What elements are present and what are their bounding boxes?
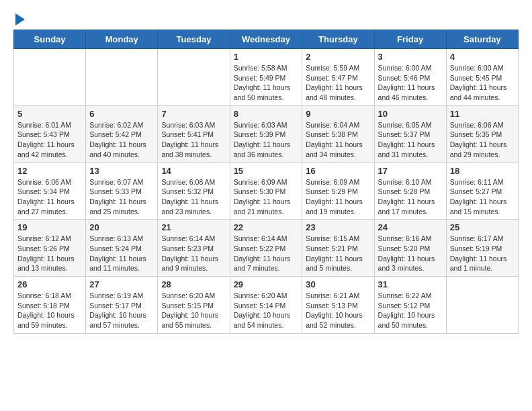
day-info: Sunrise: 6:07 AM Sunset: 5:33 PM Dayligh… [89, 177, 154, 217]
day-number: 10 [378, 109, 443, 119]
calendar-cell: 12Sunrise: 6:06 AM Sunset: 5:34 PM Dayli… [14, 163, 86, 220]
calendar-cell: 18Sunrise: 6:11 AM Sunset: 5:27 PM Dayli… [446, 163, 518, 220]
day-number: 31 [378, 279, 443, 289]
day-number: 4 [450, 52, 515, 62]
day-info: Sunrise: 6:14 AM Sunset: 5:23 PM Dayligh… [161, 234, 226, 273]
day-info: Sunrise: 6:13 AM Sunset: 5:24 PM Dayligh… [89, 234, 154, 273]
calendar-cell: 1Sunrise: 5:58 AM Sunset: 5:49 PM Daylig… [230, 49, 302, 106]
weekday-header-thursday: Thursday [302, 30, 374, 49]
calendar-cell: 10Sunrise: 6:05 AM Sunset: 5:37 PM Dayli… [374, 105, 446, 163]
day-number: 11 [450, 109, 515, 119]
calendar-cell: 25Sunrise: 6:17 AM Sunset: 5:19 PM Dayli… [446, 220, 518, 277]
calendar-cell [14, 49, 86, 106]
weekday-header-sunday: Sunday [14, 30, 86, 49]
calendar-cell: 6Sunrise: 6:02 AM Sunset: 5:42 PM Daylig… [86, 105, 158, 163]
day-number: 23 [306, 222, 370, 232]
calendar-cell: 17Sunrise: 6:10 AM Sunset: 5:28 PM Dayli… [374, 163, 446, 220]
day-number: 26 [17, 279, 82, 289]
day-number: 30 [306, 279, 370, 289]
calendar-cell: 30Sunrise: 6:21 AM Sunset: 5:13 PM Dayli… [302, 277, 374, 334]
day-info: Sunrise: 6:15 AM Sunset: 5:21 PM Dayligh… [306, 234, 370, 273]
calendar-cell: 4Sunrise: 6:00 AM Sunset: 5:45 PM Daylig… [446, 49, 518, 106]
calendar-cell [446, 277, 518, 334]
day-info: Sunrise: 6:03 AM Sunset: 5:39 PM Dayligh… [234, 120, 299, 160]
calendar-cell: 20Sunrise: 6:13 AM Sunset: 5:24 PM Dayli… [86, 220, 158, 277]
logo-arrow-icon [15, 13, 25, 26]
day-number: 14 [161, 166, 226, 176]
day-info: Sunrise: 5:58 AM Sunset: 5:49 PM Dayligh… [234, 63, 299, 103]
calendar-week-5: 26Sunrise: 6:18 AM Sunset: 5:18 PM Dayli… [14, 277, 519, 334]
day-number: 29 [234, 279, 299, 289]
day-info: Sunrise: 6:06 AM Sunset: 5:35 PM Dayligh… [450, 120, 515, 160]
day-info: Sunrise: 6:14 AM Sunset: 5:22 PM Dayligh… [234, 234, 299, 273]
calendar-week-2: 5Sunrise: 6:01 AM Sunset: 5:43 PM Daylig… [14, 105, 519, 163]
weekday-header-monday: Monday [86, 30, 158, 49]
day-number: 17 [378, 166, 443, 176]
day-number: 6 [89, 109, 154, 119]
weekday-header-row: SundayMondayTuesdayWednesdayThursdayFrid… [14, 30, 519, 49]
calendar-cell: 2Sunrise: 5:59 AM Sunset: 5:47 PM Daylig… [302, 49, 374, 106]
calendar-cell [158, 49, 230, 106]
day-info: Sunrise: 6:04 AM Sunset: 5:38 PM Dayligh… [306, 120, 370, 160]
day-info: Sunrise: 5:59 AM Sunset: 5:47 PM Dayligh… [306, 63, 370, 103]
day-info: Sunrise: 6:19 AM Sunset: 5:17 PM Dayligh… [89, 291, 154, 330]
day-info: Sunrise: 6:20 AM Sunset: 5:14 PM Dayligh… [234, 291, 299, 330]
day-info: Sunrise: 6:05 AM Sunset: 5:37 PM Dayligh… [378, 120, 443, 160]
calendar-cell: 11Sunrise: 6:06 AM Sunset: 5:35 PM Dayli… [446, 105, 518, 163]
calendar-week-3: 12Sunrise: 6:06 AM Sunset: 5:34 PM Dayli… [14, 163, 519, 220]
day-info: Sunrise: 6:20 AM Sunset: 5:15 PM Dayligh… [161, 291, 226, 330]
day-number: 12 [17, 166, 82, 176]
day-info: Sunrise: 6:09 AM Sunset: 5:30 PM Dayligh… [234, 177, 299, 217]
day-number: 9 [306, 109, 370, 119]
weekday-header-wednesday: Wednesday [230, 30, 302, 49]
day-number: 21 [161, 222, 226, 232]
day-number: 25 [450, 222, 515, 232]
day-info: Sunrise: 6:02 AM Sunset: 5:42 PM Dayligh… [89, 120, 154, 160]
day-info: Sunrise: 6:17 AM Sunset: 5:19 PM Dayligh… [450, 234, 515, 273]
day-number: 16 [306, 166, 370, 176]
calendar-cell: 24Sunrise: 6:16 AM Sunset: 5:20 PM Dayli… [374, 220, 446, 277]
calendar-cell: 5Sunrise: 6:01 AM Sunset: 5:43 PM Daylig… [14, 105, 86, 163]
weekday-header-friday: Friday [374, 30, 446, 49]
logo [13, 13, 25, 23]
day-info: Sunrise: 6:00 AM Sunset: 5:45 PM Dayligh… [450, 63, 515, 103]
weekday-header-tuesday: Tuesday [158, 30, 230, 49]
calendar-cell: 29Sunrise: 6:20 AM Sunset: 5:14 PM Dayli… [230, 277, 302, 334]
calendar-cell [86, 49, 158, 106]
day-info: Sunrise: 6:22 AM Sunset: 5:12 PM Dayligh… [378, 291, 443, 330]
day-info: Sunrise: 6:16 AM Sunset: 5:20 PM Dayligh… [378, 234, 443, 273]
day-number: 18 [450, 166, 515, 176]
day-info: Sunrise: 6:09 AM Sunset: 5:29 PM Dayligh… [306, 177, 370, 217]
day-info: Sunrise: 6:06 AM Sunset: 5:34 PM Dayligh… [17, 177, 82, 217]
day-number: 13 [89, 166, 154, 176]
day-number: 20 [89, 222, 154, 232]
day-info: Sunrise: 6:10 AM Sunset: 5:28 PM Dayligh… [378, 177, 443, 217]
calendar-week-4: 19Sunrise: 6:12 AM Sunset: 5:26 PM Dayli… [14, 220, 519, 277]
calendar-week-1: 1Sunrise: 5:58 AM Sunset: 5:49 PM Daylig… [14, 49, 519, 106]
calendar-cell: 26Sunrise: 6:18 AM Sunset: 5:18 PM Dayli… [14, 277, 86, 334]
calendar-cell: 15Sunrise: 6:09 AM Sunset: 5:30 PM Dayli… [230, 163, 302, 220]
day-number: 2 [306, 52, 370, 62]
weekday-header-saturday: Saturday [446, 30, 518, 49]
calendar-cell: 3Sunrise: 6:00 AM Sunset: 5:46 PM Daylig… [374, 49, 446, 106]
day-number: 24 [378, 222, 443, 232]
day-number: 8 [234, 109, 299, 119]
day-info: Sunrise: 6:12 AM Sunset: 5:26 PM Dayligh… [17, 234, 82, 273]
calendar-cell: 23Sunrise: 6:15 AM Sunset: 5:21 PM Dayli… [302, 220, 374, 277]
calendar-cell: 16Sunrise: 6:09 AM Sunset: 5:29 PM Dayli… [302, 163, 374, 220]
day-info: Sunrise: 6:21 AM Sunset: 5:13 PM Dayligh… [306, 291, 370, 330]
day-info: Sunrise: 6:18 AM Sunset: 5:18 PM Dayligh… [17, 291, 82, 330]
calendar-cell: 21Sunrise: 6:14 AM Sunset: 5:23 PM Dayli… [158, 220, 230, 277]
day-number: 19 [17, 222, 82, 232]
day-number: 5 [17, 109, 82, 119]
day-number: 15 [234, 166, 299, 176]
calendar-cell: 13Sunrise: 6:07 AM Sunset: 5:33 PM Dayli… [86, 163, 158, 220]
day-number: 27 [89, 279, 154, 289]
day-info: Sunrise: 6:11 AM Sunset: 5:27 PM Dayligh… [450, 177, 515, 217]
calendar-cell: 19Sunrise: 6:12 AM Sunset: 5:26 PM Dayli… [14, 220, 86, 277]
day-number: 22 [234, 222, 299, 232]
day-info: Sunrise: 6:08 AM Sunset: 5:32 PM Dayligh… [161, 177, 226, 217]
calendar-cell: 22Sunrise: 6:14 AM Sunset: 5:22 PM Dayli… [230, 220, 302, 277]
day-info: Sunrise: 6:01 AM Sunset: 5:43 PM Dayligh… [17, 120, 82, 160]
day-number: 1 [234, 52, 299, 62]
